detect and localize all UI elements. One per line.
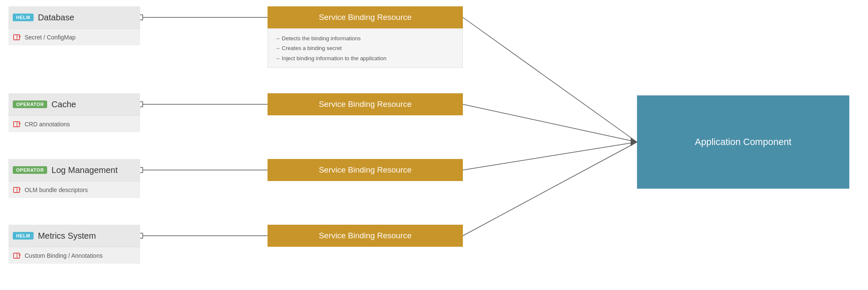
sbr-label-3: Service Binding Resource bbox=[319, 165, 412, 175]
sbr-label-4: Service Binding Resource bbox=[319, 231, 412, 240]
service-name-metrics-system: Metrics System bbox=[38, 231, 96, 241]
info-item-3: → Inject binding information to the appl… bbox=[275, 53, 456, 63]
service-sub-log-management: OLM bundle descriptors bbox=[8, 181, 140, 198]
service-sub-database: Secret / ConfigMap bbox=[8, 28, 140, 45]
svg-marker-8 bbox=[631, 138, 637, 146]
info-item-1: → Detects the binding informations bbox=[275, 33, 456, 43]
svg-rect-13 bbox=[14, 35, 20, 40]
sbr-label-1: Service Binding Resource bbox=[319, 13, 412, 22]
badge-operator-cache: OPERATOR bbox=[13, 100, 47, 108]
info-item-2: → Creates a binding secret bbox=[275, 43, 456, 53]
service-sub-metrics-system: Custom Binding / Annotations bbox=[8, 247, 140, 264]
service-name-log-management: Log Management bbox=[51, 165, 118, 175]
sbr-label-2: Service Binding Resource bbox=[319, 100, 412, 109]
secret-configmap-icon bbox=[13, 33, 21, 42]
svg-line-6 bbox=[463, 142, 637, 170]
crd-annotations-icon bbox=[13, 120, 21, 128]
service-sub-label-database: Secret / ConfigMap bbox=[25, 34, 76, 41]
service-sub-label-log-management: OLM bundle descriptors bbox=[25, 187, 88, 193]
service-name-cache: Cache bbox=[51, 100, 76, 109]
service-name-database: Database bbox=[38, 13, 74, 22]
service-group-log-management: OPERATOR Log Management OLM bundle descr… bbox=[8, 159, 140, 198]
svg-line-5 bbox=[463, 104, 637, 142]
badge-helm-metrics-system: HELM bbox=[13, 232, 34, 240]
service-sub-label-metrics-system: Custom Binding / Annotations bbox=[25, 252, 103, 259]
svg-line-4 bbox=[463, 17, 637, 142]
badge-operator-log-management: OPERATOR bbox=[13, 166, 47, 174]
service-sub-label-cache: CRD annotations bbox=[25, 121, 70, 128]
app-component-box: Application Component bbox=[637, 95, 849, 189]
diagram-container: HELM Database Secret / ConfigMap OPERATO… bbox=[0, 0, 868, 290]
svg-rect-22 bbox=[14, 253, 20, 258]
custom-binding-icon bbox=[13, 251, 21, 260]
service-sub-cache: CRD annotations bbox=[8, 115, 140, 132]
app-component-label: Application Component bbox=[695, 137, 791, 148]
sbr-info-box: → Detects the binding informations → Cre… bbox=[268, 29, 463, 68]
service-header-log-management: OPERATOR Log Management bbox=[8, 159, 140, 181]
olm-bundle-icon bbox=[13, 186, 21, 194]
service-header-metrics-system: HELM Metrics System bbox=[8, 225, 140, 247]
sbr-box-3: Service Binding Resource bbox=[268, 159, 463, 181]
svg-line-7 bbox=[463, 142, 637, 236]
sbr-box-2: Service Binding Resource bbox=[268, 93, 463, 115]
service-header-database: HELM Database bbox=[8, 6, 140, 28]
badge-helm-database: HELM bbox=[13, 14, 34, 21]
service-group-cache: OPERATOR Cache CRD annotations bbox=[8, 93, 140, 132]
svg-rect-16 bbox=[14, 122, 20, 127]
service-group-database: HELM Database Secret / ConfigMap bbox=[8, 6, 140, 45]
svg-rect-19 bbox=[14, 187, 20, 192]
service-header-cache: OPERATOR Cache bbox=[8, 93, 140, 115]
sbr-box-1: Service Binding Resource bbox=[268, 6, 463, 28]
sbr-box-4: Service Binding Resource bbox=[268, 225, 463, 247]
service-group-metrics-system: HELM Metrics System Custom Binding / Ann… bbox=[8, 225, 140, 264]
